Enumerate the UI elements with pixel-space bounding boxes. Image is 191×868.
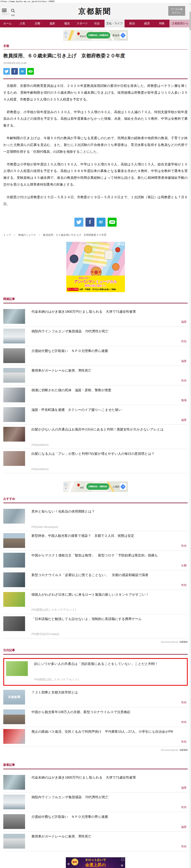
article-title: 介護給付費など詐取疑い ＮＰＯ元理事の男ら逮捕 [31,814,115,829]
article-paragraph: 年齢制限の引き上げは、今後５０代の教員が手薄になる見通しのためで、民間企業の経験… [3,135,188,155]
section-divider [3,769,188,769]
category-badge[interactable]: 市内 [181,544,187,548]
category-badge[interactable]: 市内 [181,701,187,704]
ad-info-icon[interactable]: i [64,32,67,35]
article-list-item[interactable]: 新型コロナウイルス「必要以上に慌てることない」 京都の感染初確認で識者 市内 [3,570,188,590]
article-list-item[interactable]: 滋賀・甲良町議を逮捕 タクシーのドア蹴りへこませた疑い 滋賀 [3,405,188,425]
article-list-item[interactable]: 側溝に切断された猫の死体 滋賀・彦根、警察が捜査 地域 [3,385,188,405]
ad-close-icon[interactable]: ✕ [121,242,124,245]
article-list-item[interactable]: 新型肺炎、中国人観光客の接客で感染？ 京都で２人目、状態は安定 市内 [3,531,188,551]
ad-subtitle: 勇気の花に歌おう♪ [67,284,124,287]
breadcrumb-home[interactable]: トップ [3,234,11,236]
nav-item-sports[interactable]: スポーツ [74,20,90,27]
ad-lead-text: それいけ！ [78,276,124,280]
map-ad-banner-top[interactable]: i ✕ 草加市 10時00分～20時00分 草加市 ➔ [63,30,128,41]
map-ad-banner-middle[interactable]: i ✕ 緑町 10時30分～1時00分 八潮市 ➔ [63,482,128,492]
highlighted-pr-list-item[interactable]: 顔にシワが多い人の共通点は「洗顔直後にあることをしていない」ことだと判明！ PR… [3,658,188,686]
ad-close-icon[interactable]: ✕ [64,35,67,39]
ad-info-icon[interactable]: i [118,242,121,245]
recommended-prefix: Recommended by [161,749,179,751]
recommended-by-uzou[interactable]: Recommended by UZOU [3,748,188,751]
article-divider [3,79,188,79]
pr-list-item[interactable]: 韓国人がわざわざ日本に買いに来るロート製薬の新しいスキンケアがすごい！ PR(糀… [3,590,188,614]
pr-label: PR(KAMIKA) [31,443,49,446]
category-badge[interactable]: 地域 [181,399,187,402]
category-badge[interactable]: 滋賀 [181,825,187,829]
hatena-share-button[interactable]: B! [97,218,105,227]
ad-title-part1: アンパンマン [74,279,96,284]
directions-icon[interactable]: ➔ [120,32,127,39]
category-badge[interactable]: 市内 [181,845,187,848]
article-list-item[interactable]: 廃止の路線バス復活、住民ぐるみで利用声掛け 平均乗客10人→27人、小学生にも自… [3,727,188,746]
article-list-item[interactable]: 中国からマスク１億枚注文「製造は無理」 新型コロナ「予防効果は限定的」指摘も 京… [3,551,188,570]
line-share-button[interactable]: LINE [27,68,34,74]
article-title: 乗用車がガードレールに衝突、男性死亡 [31,368,98,383]
breadcrumb-section[interactable]: 地域のニュース [18,234,36,236]
nav-item-shiga[interactable]: 滋賀 [45,20,60,27]
twitter-share-button[interactable] [3,68,10,74]
article-list-item[interactable]: 代金未納のはがき届き1800万円だまし取られる 大津で71歳女性被害 滋賀 [3,773,188,793]
category-badge[interactable]: 滋賀 [181,786,187,789]
nav-item-kyoto-np-kara[interactable]: 京都新聞から [169,20,191,27]
nav-item-shakai[interactable]: 社会 [90,20,104,27]
login-line1: デジタル版 [171,7,183,11]
article-list-item[interactable]: 乗用車がガードレールに衝突、男性死亡 市内 [3,366,188,385]
hatena-share-button[interactable]: B! [19,68,26,74]
category-badge[interactable]: 京都 [181,564,187,567]
twitter-share-button[interactable] [74,218,83,227]
page-scrollbar[interactable]: ▲ [189,3,191,868]
facebook-share-button[interactable]: f [11,68,18,74]
pr-list-item[interactable]: 白髪が少ない人の共通点はお風呂中の5分にあると判明！黒髪女性が欠かさないアレとは… [3,425,188,449]
article-thumbnail [3,729,25,744]
article-list-item[interactable]: 病院内でインフルエンザ集団感染 70代男性が死亡 市内 [3,793,188,812]
category-badge[interactable]: 市内 [181,379,187,382]
facebook-share-button[interactable]: f [86,218,94,227]
tarot-ad-card[interactable]: ✿ ✿ 無料 i タロット占いで 金運上昇の チャンス到来 占う 提供：株式会社… [66,857,125,868]
article-list-item[interactable]: 介護給付費など詐取疑い ＮＰＯ元理事の男ら逮捕 滋賀 [3,812,188,832]
anpanman-musical-ad[interactable]: ©やなせ・F・T・N 【企画】NTV・MPS i ✕ 日テレ × STAGE そ… [66,242,125,292]
category-badge[interactable]: 市内 [181,720,187,724]
article-list-item[interactable]: 中国から観光客年138万人の京都、新型コロナウイルスで注意喚起 市内 [3,707,188,727]
category-badge[interactable]: 市内 [181,584,187,587]
hatena-icon: B! [99,220,103,224]
nav-item-seiji[interactable]: 政治 [125,20,139,27]
article-list-item[interactable]: 病院内でインフルエンザ集団感染 70代男性が死亡 市内 [3,327,188,346]
nav-item-tokushu[interactable]: 特集 [155,20,169,27]
ad-title: アンパンマンミュ〜ジカル [67,280,124,284]
nav-item-kyoto[interactable]: 京都 [30,20,45,27]
pr-list-item[interactable]: 意外と知らない！化粧品の使用期限とは？ PR(Glam Beautique) [3,507,188,531]
category-badge[interactable]: 滋賀 [181,360,187,363]
digital-login-button[interactable]: デジタル版 ログイン [168,6,185,16]
category-badge[interactable]: 市内 [181,806,187,809]
section-label-kyoto[interactable]: 京都 [3,44,188,48]
nav-item-home[interactable]: ホーム [0,20,15,27]
pr-label: PR(糀肌お試しスキンケアセット) [31,608,76,612]
article-list-item[interactable]: 代金未納のはがき届き1800万円だまし取られる 大津で71歳女性被害 滋賀 [3,307,188,327]
nav-item-keizai[interactable]: 経済 [139,20,155,27]
pr-list-item[interactable]: 白髪になる人は「アレ」が悪いと判明!?白髪が増えやすい人の毎日の悪習慣とは？ P… [3,449,188,473]
article-list-item[interactable]: 乗用車がガードレールに衝突、男性死亡 市内 [3,832,188,851]
ad-close-icon[interactable]: ✕ [64,487,67,490]
article-list-item[interactable]: 介護給付費など詐取疑い ＮＰＯ元理事の男ら逮捕 滋賀 [3,346,188,366]
nav-item-kanko[interactable]: 観光 [60,20,74,27]
category-badge[interactable]: 市内 [181,740,187,744]
article-thumbnail [3,616,25,631]
pr-label: PR(KAMIKA) [31,467,49,471]
line-share-button[interactable]: LINE [108,218,117,227]
pr-list-item[interactable]: 「日本語脳だと勉強しても話せないよ」強制的に英語脳にする携帯ゲーム PR(株式会… [3,614,188,639]
directions-icon[interactable]: ➔ [120,483,127,490]
article-list-item[interactable]: 京都新聞 ７３１部隊と京都大医学部とは 市内 [3,688,188,707]
nav-item-popular[interactable]: 人気 [15,20,30,27]
recommended-by-uzou[interactable]: Recommended by UZOU [3,641,188,643]
category-badge[interactable]: 滋賀 [181,320,187,323]
scroll-up-arrow-icon[interactable]: ▲ [189,3,191,5]
uzou-logo: UZOU [180,748,188,751]
article-date: 2019年4月10日 8:49 [3,61,188,65]
category-badge[interactable]: 滋賀 [181,418,187,422]
scrollbar-thumb[interactable] [189,12,191,30]
ad-info-icon[interactable]: i [64,483,67,486]
nav-item-culture-life-active[interactable]: 文化・ライフ [104,20,125,27]
article-title: 介護給付費など詐取疑い ＮＰＯ元理事の男ら逮捕 [31,348,115,364]
category-badge[interactable]: 市内 [181,340,187,343]
site-logo[interactable]: 京都新聞 [0,6,189,16]
